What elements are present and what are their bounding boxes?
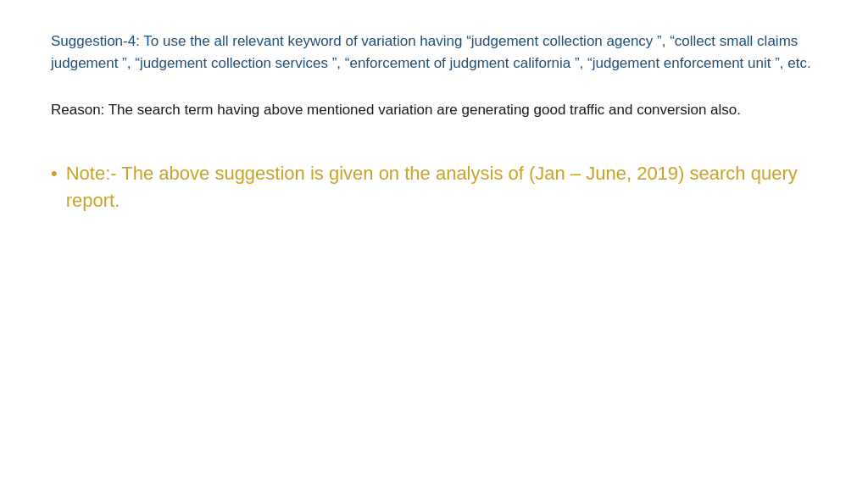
suggestion-text: Suggestion-4: To use the all relevant ke… <box>51 30 817 75</box>
suggestion-block: Suggestion-4: To use the all relevant ke… <box>51 30 817 75</box>
reason-text: Reason: The search term having above men… <box>51 99 817 121</box>
note-text: Note:- The above suggestion is given on … <box>66 160 817 214</box>
note-bullet: • <box>51 161 58 187</box>
page-container: Suggestion-4: To use the all relevant ke… <box>0 0 868 488</box>
reason-block: Reason: The search term having above men… <box>51 99 817 121</box>
note-block: • Note:- The above suggestion is given o… <box>51 160 817 214</box>
